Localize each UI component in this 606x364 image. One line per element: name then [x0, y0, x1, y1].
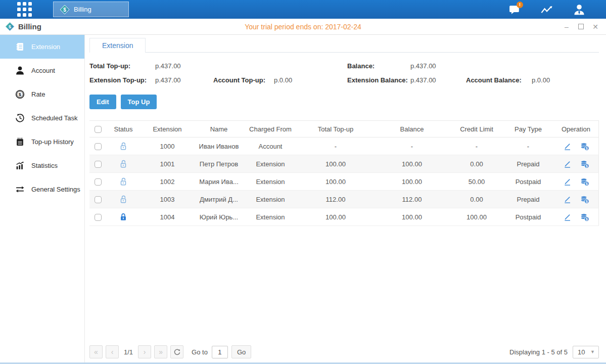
person-icon: [15, 66, 25, 75]
refresh-button[interactable]: [170, 345, 183, 358]
cell-pay-type: Prepaid: [503, 191, 553, 208]
row-checkbox[interactable]: [95, 178, 102, 186]
user-account-icon[interactable]: [573, 3, 586, 16]
chevron-down-icon: ▼: [590, 349, 595, 354]
tab-extension[interactable]: Extension: [89, 38, 146, 53]
sidebar-item-statistics[interactable]: Statistics: [0, 154, 84, 177]
sidebar-item-rate[interactable]: $ Rate: [0, 82, 84, 106]
extensions-table: Status Extension Name Charged From Total…: [89, 120, 599, 226]
top-up-coins-icon[interactable]: $: [580, 159, 589, 169]
cell-balance: 100.00: [374, 208, 450, 226]
unlocked-icon[interactable]: [119, 177, 128, 186]
sidebar-item-topup-history[interactable]: Top-up History: [0, 130, 84, 154]
goto-page-input[interactable]: [212, 346, 228, 358]
col-balance: Balance: [374, 121, 450, 138]
edit-icon[interactable]: [563, 142, 572, 151]
minimize-button[interactable]: –: [563, 23, 570, 30]
cell-total-topup: -: [298, 138, 374, 155]
cell-name: Мария Ива...: [195, 173, 243, 191]
svg-text:$: $: [586, 217, 588, 221]
col-name: Name: [195, 121, 243, 138]
balance-label: Balance:: [347, 62, 410, 70]
cell-charged-from: Account: [243, 138, 298, 155]
account-topup-value: p.0.00: [274, 76, 347, 84]
col-charged-from: Charged From: [243, 121, 298, 138]
go-button[interactable]: Go: [231, 345, 251, 358]
svg-text:$: $: [586, 164, 588, 168]
first-page-button[interactable]: «: [89, 345, 103, 358]
unlocked-icon[interactable]: [119, 159, 128, 168]
edit-icon[interactable]: [563, 195, 572, 204]
statistics-chart-icon[interactable]: [540, 3, 553, 16]
row-checkbox[interactable]: [95, 214, 102, 221]
sidebar-item-label: Extension: [31, 43, 60, 51]
taskbar-tab-billing[interactable]: $ Billing: [53, 2, 129, 17]
sidebar-item-extension[interactable]: Extension: [0, 35, 84, 59]
cell-balance: -: [374, 138, 450, 155]
top-up-coins-icon[interactable]: $: [580, 177, 589, 187]
sidebar-item-label: Statistics: [31, 162, 58, 169]
top-up-button[interactable]: Top Up: [121, 95, 157, 109]
notifications-icon[interactable]: !: [508, 3, 521, 16]
cell-name: Дмитрий Д...: [195, 191, 243, 208]
table-row: 1004 Юрий Юрь... Extension 100.00 100.00…: [89, 208, 599, 226]
account-balance-label: Account Balance:: [466, 76, 532, 84]
cell-credit-limit: 0.00: [450, 155, 503, 173]
col-status: Status: [107, 121, 140, 138]
top-up-coins-icon[interactable]: $: [580, 212, 589, 222]
extension-topup-value: p.437.00: [155, 76, 213, 84]
sidebar-item-label: Rate: [31, 90, 45, 98]
row-checkbox[interactable]: [95, 161, 102, 168]
edit-icon[interactable]: [563, 177, 572, 186]
maximize-button[interactable]: [578, 24, 584, 29]
refresh-icon: [173, 348, 181, 356]
billing-title-icon: $: [5, 22, 15, 31]
top-up-coins-icon[interactable]: $: [580, 142, 589, 151]
unlocked-icon[interactable]: [119, 195, 128, 204]
next-page-button[interactable]: ›: [138, 345, 151, 358]
sidebar-item-account[interactable]: Account: [0, 59, 84, 82]
edit-icon[interactable]: [563, 213, 572, 221]
total-topup-value: p.437.00: [155, 62, 213, 70]
balance-value: p.437.00: [410, 62, 466, 70]
row-checkbox[interactable]: [95, 196, 102, 203]
cell-pay-type: Postpaid: [503, 173, 553, 191]
cell-pay-type: Prepaid: [503, 155, 553, 173]
edit-button[interactable]: Edit: [89, 95, 116, 109]
main-content: Extension Total Top-up: p.437.00 Balance…: [85, 35, 606, 362]
edit-icon[interactable]: [563, 160, 572, 168]
page-size-select[interactable]: 10 ▼: [573, 346, 599, 358]
goto-label: Go to: [192, 348, 208, 356]
taskbar-tab-label: Billing: [74, 6, 91, 13]
row-checkbox[interactable]: [95, 143, 102, 150]
dollar-circle-icon: $: [15, 89, 25, 99]
clock-history-icon: [15, 113, 25, 123]
prev-page-button[interactable]: ‹: [106, 345, 119, 358]
extension-balance-value: p.437.00: [410, 76, 466, 84]
cell-credit-limit: 50.00: [450, 173, 503, 191]
apps-menu-icon[interactable]: [17, 2, 32, 17]
col-credit-limit: Credit Limit: [450, 121, 503, 138]
page-indicator: 1/1: [124, 348, 133, 356]
sidebar-item-general-settings[interactable]: General Settings: [0, 177, 84, 201]
action-buttons: Edit Top Up: [89, 95, 599, 109]
table-row: 1003 Дмитрий Д... Extension 112.00 112.0…: [89, 191, 599, 208]
bar-chart-icon: [15, 161, 25, 170]
svg-text:$: $: [586, 181, 588, 186]
col-pay-type: Pay Type: [503, 121, 553, 138]
cell-total-topup: 100.00: [298, 208, 374, 226]
locked-icon[interactable]: [119, 212, 128, 221]
col-extension: Extension: [140, 121, 195, 138]
cell-charged-from: Extension: [243, 208, 298, 226]
select-all-checkbox[interactable]: [95, 126, 102, 133]
close-button[interactable]: ✕: [592, 23, 599, 30]
svg-text:$: $: [19, 92, 22, 97]
sidebar-item-label: Account: [31, 67, 55, 74]
svg-text:$: $: [586, 146, 588, 150]
unlocked-icon[interactable]: [119, 142, 128, 151]
sidebar-item-scheduled-task[interactable]: Scheduled Task: [0, 106, 84, 130]
col-operation: Operation: [553, 121, 599, 138]
last-page-button[interactable]: »: [154, 345, 167, 358]
top-up-coins-icon[interactable]: $: [580, 195, 589, 204]
sidebar: Extension Account $ Rate: [0, 35, 85, 362]
